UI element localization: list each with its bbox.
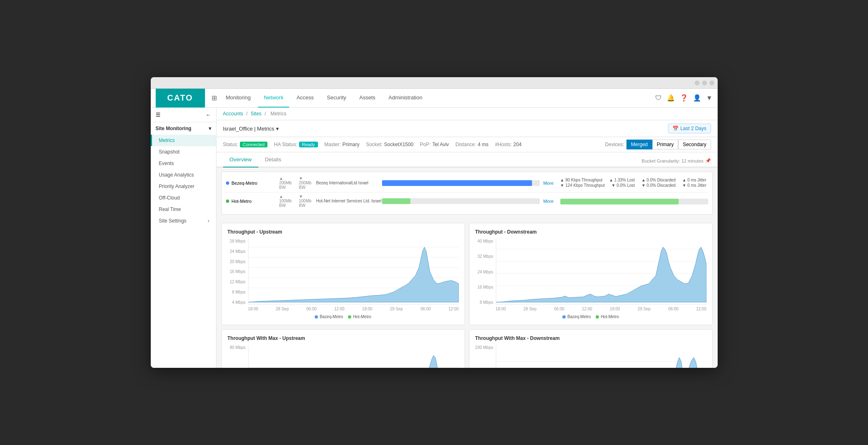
bezeq-stats: ▲ 90 Kbps Throughput ▲ 1.33% Lost ▲ 0.0%… xyxy=(560,178,708,188)
interfaces-section: Bezeq-Metro ▲ 200Mb BW ▼ 200Mb BW Bezeq … xyxy=(221,172,713,215)
hot-name: Hot-Metro xyxy=(232,199,252,204)
bezeq-up-lost: ▲ 1.33% Lost xyxy=(609,178,635,182)
app-window: CATO ⊞ Monitoring Network Access Securit… xyxy=(151,77,718,368)
downstream-chart-title: Throughput - Downstream xyxy=(475,229,707,235)
content-tabs: Overview Details Bucket Granularity: 12 … xyxy=(216,152,718,167)
max-upstream-y-axis: 80 Mbps 64 Mbps xyxy=(228,345,248,368)
interface-row-bezeq: Bezeq-Metro ▲ 200Mb BW ▼ 200Mb BW Bezeq … xyxy=(226,176,708,190)
ds-x-4: 18:00 xyxy=(610,307,620,311)
chart-throughput-downstream: Throughput - Downstream 40 Mbps 32 Mbps … xyxy=(469,223,713,325)
sidebar-item-priority-analyzer[interactable]: Priority Analyzer xyxy=(151,181,216,192)
nav-tab-security[interactable]: Security xyxy=(321,89,352,108)
svg-marker-5 xyxy=(249,247,459,302)
ha-value: Ready xyxy=(299,142,318,147)
window-close[interactable] xyxy=(709,80,714,85)
downstream-svg xyxy=(496,239,707,304)
sidebar-section-site-monitoring[interactable]: Site Monitoring ▾ xyxy=(151,122,216,135)
sidebar-top: ☰ ← xyxy=(151,108,216,122)
chart-throughput-upstream: Throughput - Upstream 28 Mbps 24 Mbps 20… xyxy=(221,223,465,325)
sidebar-item-off-cloud[interactable]: Off-Cloud xyxy=(151,192,216,204)
bezeq-provider: Bezeq InternationalLtd Israel xyxy=(316,181,382,185)
shield-icon[interactable]: 🛡 xyxy=(655,94,662,102)
bell-icon[interactable]: 🔔 xyxy=(667,94,675,102)
hot-stats xyxy=(560,198,708,204)
bezeq-down-lost: ▼ 0.0% Lost xyxy=(611,183,635,188)
sidebar-item-snapshot[interactable]: Snapshot xyxy=(151,146,216,158)
breadcrumb-sep2: / xyxy=(265,111,266,117)
upstream-chart-plot xyxy=(248,239,459,305)
sidebar-item-events[interactable]: Events xyxy=(151,158,216,169)
sidebar-item-metrics[interactable]: Metrics xyxy=(151,135,216,146)
nav-tab-network[interactable]: Network xyxy=(258,89,289,108)
upstream-chart-area: 28 Mbps 24 Mbps 20 Mbps 16 Mbps 12 Mbps … xyxy=(228,239,459,313)
site-selector[interactable]: Israel_Office | Metrics ▾ xyxy=(223,126,279,132)
legend-hot: Hot-Metro xyxy=(348,314,371,319)
ds-legend-bezeq: Bazeq-Metro xyxy=(562,314,591,319)
date-range-label: Last 2 Days xyxy=(680,126,706,131)
max-downstream-chart-area: 200 Mbps 160 Mbps xyxy=(475,345,707,368)
chevron-right-icon: › xyxy=(208,218,210,224)
bezeq-down-jitter: ▼ 0 ms Jitter xyxy=(682,183,707,188)
bezeq-bar xyxy=(382,180,532,186)
primary-button[interactable]: Primary xyxy=(652,140,678,149)
master-value: Primary xyxy=(343,142,359,147)
chart-throughput-max-downstream: Throughput With Max - Downstream 200 Mbp… xyxy=(469,329,713,368)
sidebar-item-usage-analytics[interactable]: Usage Analytics xyxy=(151,169,216,181)
bezeq-bar-container xyxy=(382,180,540,186)
bezeq-bw: ▲ 200Mb BW ▼ 200Mb BW xyxy=(279,176,316,190)
max-downstream-svg xyxy=(496,345,707,368)
hot-bar xyxy=(382,198,410,204)
socket-label: Socket: xyxy=(366,142,382,147)
status-pop: PoP: Tel Aviv xyxy=(420,142,449,147)
bezeq-down-disc: ▼ 0.0% Discarded xyxy=(641,183,675,188)
hamburger-icon[interactable]: ☰ xyxy=(156,112,161,118)
main-content: Accounts / Sites / Metrics Israel_Office… xyxy=(216,108,718,368)
status-hosts: #Hosts: 204 xyxy=(495,142,522,147)
bezeq-more-link[interactable]: More xyxy=(543,181,553,186)
y-label-6: 4 Mbps xyxy=(232,300,246,305)
downstream-x-axis: 18:00 28 Sep 06:00 12:00 18:00 29 Sep 06… xyxy=(496,305,707,313)
nav-right-icons: 🛡 🔔 ❓ 👤 ▼ xyxy=(655,94,713,102)
window-minimize[interactable] xyxy=(695,80,700,85)
top-navigation: CATO ⊞ Monitoring Network Access Securit… xyxy=(151,89,718,108)
y-label-5: 8 Mbps xyxy=(232,290,246,294)
upstream-svg xyxy=(249,239,459,304)
hot-more-link[interactable]: More xyxy=(543,199,553,204)
bucket-granularity: Bucket Granularity: 12 minutes 📌 xyxy=(642,155,711,167)
breadcrumb-accounts[interactable]: Accounts xyxy=(223,111,243,117)
status-distance: Distance: 4 ms xyxy=(456,142,488,147)
sidebar-item-site-settings[interactable]: Site Settings › xyxy=(151,215,216,227)
socket-value: SocketX1500 xyxy=(384,142,413,147)
hot-provider: Hot-Net Internet Services Ltd. Israel xyxy=(316,199,382,203)
nav-tab-access[interactable]: Access xyxy=(291,89,320,108)
hot-dot xyxy=(226,200,229,203)
upstream-y-axis: 28 Mbps 24 Mbps 20 Mbps 16 Mbps 12 Mbps … xyxy=(228,239,248,305)
nav-tab-assets[interactable]: Assets xyxy=(354,89,381,108)
tab-overview[interactable]: Overview xyxy=(223,152,258,167)
sidebar-item-real-time[interactable]: Real Time xyxy=(151,204,216,215)
window-maximize[interactable] xyxy=(702,80,707,85)
date-range-button[interactable]: 📅 Last 2 Days xyxy=(668,124,711,133)
legend-dot-bezeq xyxy=(315,315,318,319)
grid-icon[interactable]: ⊞ xyxy=(212,94,217,102)
help-icon[interactable]: ❓ xyxy=(680,94,688,102)
ds-y-1: 32 Mbps xyxy=(477,254,493,259)
max-downstream-y-axis: 200 Mbps 160 Mbps xyxy=(475,345,496,368)
merged-button[interactable]: Merged xyxy=(626,140,652,149)
max-downstream-chart-title: Throughput With Max - Downstream xyxy=(475,335,707,341)
dropdown-icon[interactable]: ▼ xyxy=(706,94,713,102)
x-label-4: 18:00 xyxy=(362,307,372,311)
secondary-button[interactable]: Secondary xyxy=(678,140,711,149)
device-buttons: Devices: Merged Primary Secondary xyxy=(605,140,711,149)
x-label-0: 18:00 xyxy=(248,307,258,311)
devices-label: Devices: xyxy=(605,142,624,147)
nav-tab-monitoring[interactable]: Monitoring xyxy=(220,89,257,108)
nav-tabs: Monitoring Network Access Security Asset… xyxy=(220,89,428,108)
nav-tab-administration[interactable]: Administration xyxy=(383,89,428,108)
md-y-0: 200 Mbps xyxy=(475,345,493,350)
tab-details[interactable]: Details xyxy=(258,152,288,167)
back-icon[interactable]: ← xyxy=(206,112,211,118)
breadcrumb-sites[interactable]: Sites xyxy=(251,111,262,117)
user-icon[interactable]: 👤 xyxy=(693,94,701,102)
pin-icon[interactable]: 📌 xyxy=(705,158,711,163)
